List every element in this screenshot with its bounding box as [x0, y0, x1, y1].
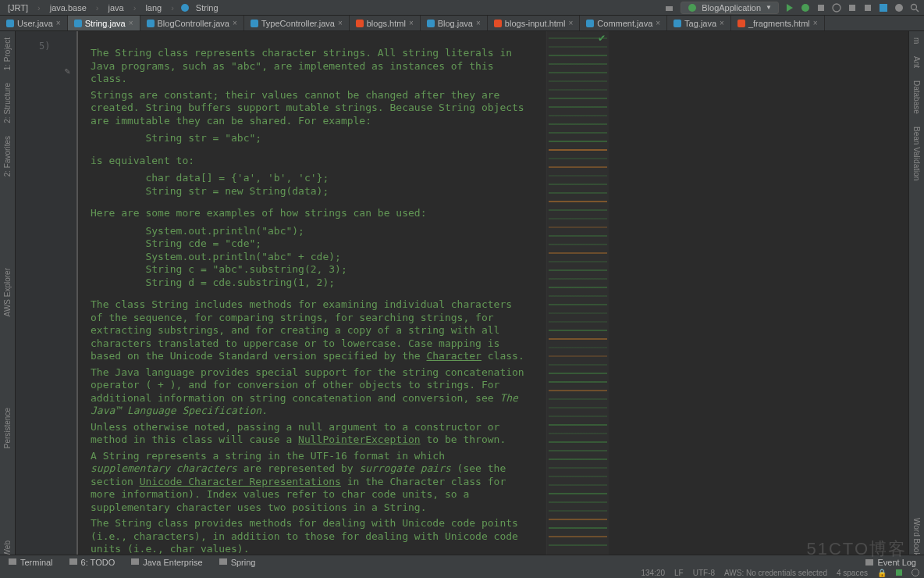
close-icon[interactable]: × [568, 19, 573, 27]
coverage-icon[interactable] [816, 3, 826, 12]
line-number: 5) [39, 41, 50, 52]
bottom-tool-java-enterprise[interactable]: Java Enterprise [123, 557, 210, 568]
tool-label: 6: TODO [81, 558, 116, 567]
npe-link[interactable]: NullPointerException [298, 434, 421, 445]
svg-rect-15 [131, 558, 139, 565]
tab-label: User.java [17, 19, 53, 28]
breadcrumb: [JRT]› java.base› java› lang› String [5, 3, 222, 12]
close-icon[interactable]: × [476, 19, 481, 27]
tool-label: Java Enterprise [143, 558, 202, 567]
status-indent[interactable]: 4 spaces [837, 569, 868, 577]
tab-label: Blog.java [438, 19, 473, 28]
tab-blogs-html[interactable]: blogs.html× [350, 16, 421, 30]
search-icon[interactable] [910, 3, 919, 12]
bottom-tool-terminal[interactable]: Terminal [0, 557, 61, 568]
close-icon[interactable]: × [409, 19, 414, 27]
right-tool-ant[interactable]: Ant [912, 50, 921, 74]
run-config-label: BlogApplication [702, 3, 761, 12]
java-file-icon [251, 20, 258, 27]
tab-user-java[interactable]: User.java× [0, 16, 68, 30]
close-icon[interactable]: × [656, 19, 660, 27]
edit-icon[interactable]: ✎ [65, 66, 70, 77]
git-icon[interactable] [863, 3, 872, 12]
tool-icon [219, 557, 228, 568]
lock-icon[interactable]: 🔒 [877, 569, 887, 577]
status-bar: 134:20 LF UTF-8 AWS: No credentials sele… [0, 567, 924, 578]
status-line-ending[interactable]: LF [674, 569, 684, 577]
status-cursor-pos: 134:20 [641, 569, 665, 577]
svg-point-4 [801, 4, 809, 12]
html-file-icon [494, 20, 502, 27]
editor-tabs: User.java×String.java×BlogController.jav… [0, 16, 924, 31]
svg-rect-7 [849, 5, 855, 11]
close-icon[interactable]: × [720, 19, 724, 27]
tab-label: TypeController.java [261, 19, 335, 28]
left-tool-aws-explorer[interactable]: AWS Explorer [3, 262, 12, 323]
unicode-repr-link[interactable]: Unicode Character Representations [140, 476, 341, 487]
profiler-icon[interactable] [832, 3, 841, 12]
crumb[interactable]: java [105, 3, 127, 12]
left-tool-1-project[interactable]: 1: Project [3, 31, 12, 77]
tab-blogs-input-html[interactable]: blogs-input.html× [488, 16, 581, 30]
avatar-icon[interactable] [879, 3, 888, 12]
svg-rect-1 [666, 6, 673, 11]
right-tool-database[interactable]: Database [912, 74, 921, 120]
minimap[interactable]: ✔ [546, 31, 609, 562]
crumb-current: String [193, 3, 222, 12]
tab-blogcontroller-java[interactable]: BlogController.java× [140, 16, 244, 30]
svg-rect-8 [865, 5, 871, 11]
right-tool-strip: mAntDatabaseBean ValidationWord Book [908, 31, 924, 562]
tab-tag-java[interactable]: Tag.java× [667, 16, 731, 30]
tab-string-java[interactable]: String.java× [68, 16, 140, 30]
svg-rect-5 [818, 5, 824, 11]
close-icon[interactable]: × [338, 19, 343, 27]
tab-_fragments-html[interactable]: _fragments.html× [731, 16, 825, 30]
character-link[interactable]: Character [426, 350, 481, 362]
crumb[interactable]: java.base [47, 3, 90, 12]
tab-label: BlogController.java [158, 19, 229, 28]
run-icon[interactable] [785, 3, 794, 12]
bottom-tool-spring[interactable]: Spring [211, 557, 264, 568]
status-encoding[interactable]: UTF-8 [693, 569, 715, 577]
tab-label: blogs.html [367, 19, 406, 28]
gc-icon[interactable] [912, 569, 919, 576]
tool-label: Spring [231, 558, 256, 567]
tool-label: Terminal [20, 558, 53, 567]
html-file-icon [737, 20, 745, 27]
right-tool-bean-validation[interactable]: Bean Validation [912, 120, 921, 187]
tab-typecontroller-java[interactable]: TypeController.java× [244, 16, 350, 30]
tab-comment-java[interactable]: Comment.java× [580, 16, 667, 30]
java-file-icon [673, 20, 681, 27]
status-aws[interactable]: AWS: No credentials selected [724, 569, 827, 577]
tab-label: Comment.java [597, 19, 652, 28]
tab-blog-java[interactable]: Blog.java× [421, 16, 488, 30]
tab-label: _fragments.html [748, 19, 810, 28]
close-icon[interactable]: × [56, 19, 61, 27]
build-icon[interactable] [665, 3, 674, 12]
close-icon[interactable]: × [129, 19, 133, 27]
memory-indicator[interactable] [896, 569, 902, 576]
left-tool-strip: 1: Project2: Structure2: FavoritesAWS Ex… [0, 31, 16, 562]
run-config-selector[interactable]: BlogApplication ▼ [681, 2, 779, 14]
java-file-icon [74, 20, 82, 27]
close-icon[interactable]: × [233, 19, 237, 27]
editor: 5) ✎ The String class represents charact… [16, 31, 908, 562]
crumb[interactable]: [JRT] [5, 3, 31, 12]
gutter: 5) ✎ [16, 31, 78, 562]
stop-icon[interactable] [848, 3, 857, 12]
bottom-tool-6-todo[interactable]: 6: TODO [61, 557, 123, 568]
debug-icon[interactable] [801, 3, 810, 12]
update-icon[interactable] [894, 3, 904, 12]
right-tool-m[interactable]: m [912, 31, 921, 50]
close-icon[interactable]: × [813, 19, 818, 27]
svg-rect-16 [219, 558, 227, 565]
svg-point-6 [833, 4, 840, 12]
tab-label: String.java [85, 19, 126, 28]
left-tool-2-structure[interactable]: 2: Structure [3, 77, 12, 130]
left-tool-2-favorites[interactable]: 2: Favorites [3, 130, 12, 183]
watermark: 51CTO博客 [806, 537, 907, 561]
crumb[interactable]: lang [142, 3, 165, 12]
svg-point-0 [181, 4, 189, 12]
left-tool-persistence[interactable]: Persistence [3, 401, 12, 455]
tab-label: Tag.java [684, 19, 716, 28]
